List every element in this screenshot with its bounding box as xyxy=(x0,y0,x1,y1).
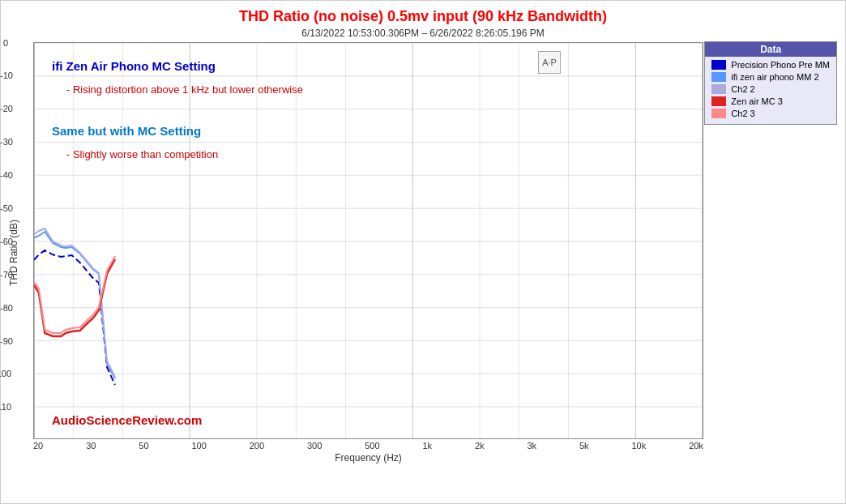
annotation-slightly: - Slightly worse than competition xyxy=(66,148,218,160)
y-tick-30: -30 xyxy=(0,137,13,147)
annotation-ifi: ifi Zen Air Phono MC Setting xyxy=(52,59,216,73)
legend-label-4: Zen air MC 3 xyxy=(731,96,783,106)
x-label-100: 100 xyxy=(191,441,206,451)
chart-container: THD Ratio (no noise) 0.5mv input (90 kHz… xyxy=(0,0,846,504)
x-label-30: 30 xyxy=(86,441,96,451)
y-tick-60: -60 xyxy=(0,237,13,246)
annotation-asr: AudioScienceReview.com xyxy=(52,413,202,427)
x-label-500: 500 xyxy=(365,441,379,451)
y-tick-110: -110 xyxy=(0,402,11,412)
legend-box: Data Precision Phono Pre MM ifi zen air … xyxy=(704,41,837,125)
x-label-20: 20 xyxy=(33,441,43,451)
legend-item-1: Precision Phono Pre MM xyxy=(711,60,830,70)
y-tick-90: -90 xyxy=(0,336,13,346)
y-tick-100: -100 xyxy=(0,369,11,378)
x-label-20k: 20k xyxy=(689,441,703,451)
x-label-50: 50 xyxy=(139,441,148,451)
x-label-1k: 1k xyxy=(422,441,432,451)
x-axis-labels: 20 30 50 100 200 300 500 1k 2k 3k 5k 10k… xyxy=(33,441,703,451)
x-label-5k: 5k xyxy=(579,441,589,451)
legend-color-4 xyxy=(711,96,726,106)
legend-color-2 xyxy=(711,72,726,82)
chart-subtitle: 6/13/2022 10:53:00.306PM – 6/26/2022 8:2… xyxy=(1,28,845,39)
y-tick-10: -10 xyxy=(0,70,13,80)
legend-label-1: Precision Phono Pre MM xyxy=(731,60,830,70)
y-tick-50: -50 xyxy=(0,203,13,213)
y-tick-40: -40 xyxy=(0,170,13,180)
x-label-300: 300 xyxy=(307,441,322,451)
legend-label-2: ifi zen air phono MM 2 xyxy=(731,72,818,82)
annotation-rising: - Rising distortion above 1 kHz but lowe… xyxy=(66,83,303,96)
y-tick-0: 0 xyxy=(3,38,8,48)
y-tick-20: -20 xyxy=(0,104,13,113)
x-label-3k: 3k xyxy=(527,441,536,451)
x-label-200: 200 xyxy=(250,441,264,451)
x-axis-title: Frequency (Hz) xyxy=(33,452,703,463)
legend-color-5 xyxy=(711,109,726,118)
annotation-same: Same but with MC Setting xyxy=(52,124,201,138)
legend-item-4: Zen air MC 3 xyxy=(711,96,830,106)
legend-item-5: Ch2 3 xyxy=(711,109,830,118)
x-label-2k: 2k xyxy=(475,441,485,451)
y-tick-70: -70 xyxy=(0,270,13,280)
plot-area: 0 -10 -20 -30 -40 -50 -60 -70 -80 -90 -1… xyxy=(33,42,703,439)
svg-rect-2 xyxy=(34,43,703,438)
legend-color-3 xyxy=(711,84,726,94)
chart-title: THD Ratio (no noise) 0.5mv input (90 kHz… xyxy=(1,1,845,26)
y-tick-80: -80 xyxy=(0,303,13,313)
legend-color-1 xyxy=(711,60,726,70)
legend-item-3: Ch2 2 xyxy=(711,84,830,94)
legend-item-2: ifi zen air phono MM 2 xyxy=(711,72,830,82)
x-label-10k: 10k xyxy=(631,441,646,451)
legend-label-5: Ch2 3 xyxy=(731,109,754,118)
ap-logo: A∙P xyxy=(538,51,561,74)
legend-title: Data xyxy=(705,42,836,57)
legend-label-3: Ch2 2 xyxy=(731,84,754,94)
